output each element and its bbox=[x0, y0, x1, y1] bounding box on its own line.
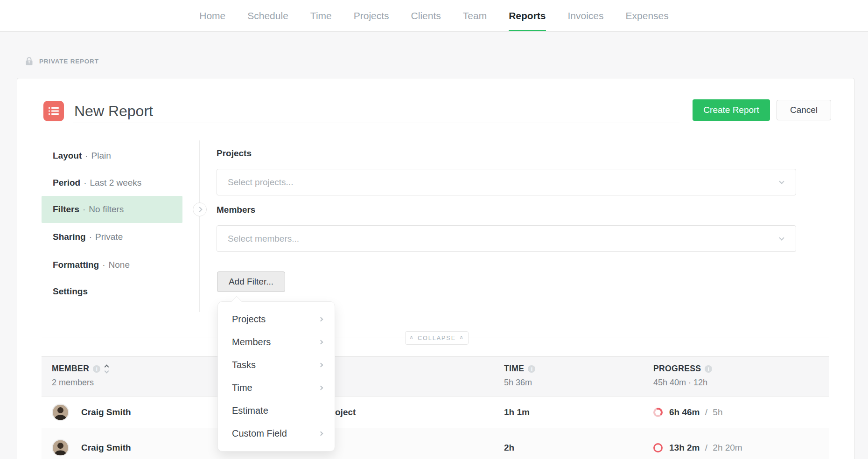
table-row[interactable]: Craig Smith oject 1h 1m 6h 46m / 5h bbox=[42, 396, 829, 428]
sidebar-item-formatting[interactable]: Formatting · None bbox=[42, 251, 182, 278]
members-select[interactable]: Select members... bbox=[217, 225, 796, 252]
column-subtext: 45h 40m · 12h bbox=[653, 378, 712, 388]
report-card: New Report Create Report Cancel Layout ·… bbox=[17, 78, 854, 459]
column-label: PROGRESS bbox=[653, 364, 701, 374]
menu-caret bbox=[231, 296, 242, 307]
member-name: Craig Smith bbox=[81, 407, 131, 417]
private-report-label: PRIVATE REPORT bbox=[39, 58, 99, 65]
chevron-down-icon bbox=[779, 235, 784, 240]
sidebar-item-label: Period bbox=[53, 178, 80, 188]
progress-text: 13h 2m / 2h 20m bbox=[669, 443, 742, 453]
progress-separator: / bbox=[705, 407, 707, 417]
sidebar-item-value: Plain bbox=[91, 151, 111, 161]
chevron-right-icon bbox=[319, 317, 323, 322]
nav-invoices[interactable]: Invoices bbox=[568, 0, 604, 31]
menu-item-label: Projects bbox=[232, 314, 319, 325]
info-icon[interactable]: i bbox=[93, 365, 100, 373]
nav-schedule[interactable]: Schedule bbox=[247, 0, 288, 31]
chevron-right-icon bbox=[319, 386, 323, 390]
nav-reports[interactable]: Reports bbox=[509, 0, 546, 31]
chevron-right-icon bbox=[319, 363, 323, 368]
nav-projects[interactable]: Projects bbox=[354, 0, 389, 31]
title-underline bbox=[73, 123, 679, 123]
menu-item-projects[interactable]: Projects bbox=[218, 308, 335, 331]
sidebar-item-label: Layout bbox=[53, 151, 82, 161]
report-table: MEMBER i 2 members TIME i 5h 36m bbox=[42, 356, 829, 459]
menu-item-custom-field[interactable]: Custom Field bbox=[218, 422, 335, 445]
sidebar-item-label: Filters bbox=[53, 204, 79, 215]
cancel-button[interactable]: Cancel bbox=[777, 100, 831, 120]
nav-home[interactable]: Home bbox=[199, 0, 225, 31]
progress-value: 6h 46m bbox=[669, 407, 700, 417]
sidebar-item-filters[interactable]: Filters · No filters bbox=[42, 196, 182, 223]
sidebar-item-layout[interactable]: Layout · Plain bbox=[42, 142, 182, 169]
top-navigation: Home Schedule Time Projects Clients Team… bbox=[0, 0, 868, 32]
create-report-button[interactable]: Create Report bbox=[693, 99, 770, 121]
sidebar-item-value: No filters bbox=[89, 204, 124, 215]
progress-ring-icon bbox=[653, 443, 663, 452]
projects-select-placeholder: Select projects... bbox=[228, 177, 780, 188]
nav-team[interactable]: Team bbox=[463, 0, 487, 31]
sidebar-item-sep: · bbox=[102, 260, 105, 270]
sidebar-item-sep: · bbox=[83, 204, 85, 215]
sidebar-item-label: Sharing bbox=[53, 232, 86, 242]
sidebar-item-sep: · bbox=[84, 178, 86, 188]
projects-select[interactable]: Select projects... bbox=[217, 169, 796, 195]
table-header: MEMBER i 2 members TIME i 5h 36m bbox=[42, 356, 829, 396]
members-field-label: Members bbox=[217, 205, 255, 215]
table-row[interactable]: Craig Smith 2h 13h 2m / 2h 20m bbox=[42, 428, 829, 459]
progress-value: 13h 2m bbox=[669, 443, 700, 452]
breadcrumb: PRIVATE REPORT bbox=[26, 57, 99, 66]
time-value: 1h 1m bbox=[504, 407, 530, 417]
menu-item-label: Tasks bbox=[232, 360, 319, 370]
members-select-placeholder: Select members... bbox=[228, 234, 780, 244]
menu-item-label: Time bbox=[232, 382, 319, 393]
sidebar-item-sep: · bbox=[85, 151, 88, 161]
menu-item-members[interactable]: Members bbox=[218, 331, 335, 354]
member-name: Craig Smith bbox=[81, 443, 131, 453]
report-type-icon[interactable] bbox=[43, 101, 64, 121]
chevron-right-icon bbox=[319, 431, 323, 436]
app-screen: Home Schedule Time Projects Clients Team… bbox=[0, 0, 868, 459]
collapse-chevrons-icon: « bbox=[458, 336, 465, 340]
column-label: TIME bbox=[504, 364, 524, 374]
collapse-panel-chip[interactable] bbox=[193, 202, 207, 216]
progress-total: 5h bbox=[713, 407, 722, 417]
progress-text: 6h 46m / 5h bbox=[669, 407, 722, 417]
list-icon bbox=[49, 107, 59, 115]
column-time: TIME i 5h 36m bbox=[504, 364, 535, 388]
chevron-right-icon bbox=[197, 207, 202, 212]
menu-item-tasks[interactable]: Tasks bbox=[218, 354, 335, 376]
nav-time[interactable]: Time bbox=[310, 0, 332, 31]
progress-separator: / bbox=[705, 443, 707, 452]
column-subtext: 2 members bbox=[52, 378, 108, 388]
sort-icon[interactable] bbox=[105, 365, 108, 373]
column-member: MEMBER i 2 members bbox=[52, 364, 108, 388]
menu-item-label: Estimate bbox=[232, 405, 322, 416]
menu-item-label: Custom Field bbox=[232, 428, 319, 439]
sidebar-item-value: Private bbox=[95, 232, 123, 242]
project-name-fragment: oject bbox=[335, 407, 356, 417]
add-filter-button[interactable]: Add Filter... bbox=[217, 271, 285, 292]
report-title-input[interactable]: New Report bbox=[74, 101, 153, 121]
nav-clients[interactable]: Clients bbox=[411, 0, 441, 31]
sidebar-item-label: Formatting bbox=[53, 260, 99, 270]
sidebar-item-settings[interactable]: Settings bbox=[42, 278, 182, 305]
progress-total: 2h 20m bbox=[713, 443, 742, 452]
sidebar-item-value: Last 2 weeks bbox=[90, 178, 141, 188]
collapse-label: COLLAPSE bbox=[418, 335, 456, 341]
info-icon[interactable]: i bbox=[528, 365, 535, 373]
nav-expenses[interactable]: Expenses bbox=[626, 0, 669, 31]
menu-item-time[interactable]: Time bbox=[218, 376, 335, 399]
menu-item-estimate[interactable]: Estimate bbox=[218, 399, 335, 422]
projects-field-label: Projects bbox=[217, 148, 252, 159]
sidebar-item-sep: · bbox=[89, 232, 92, 242]
chevron-down-icon bbox=[779, 179, 784, 184]
sidebar-item-sharing[interactable]: Sharing · Private bbox=[42, 223, 182, 250]
collapse-button[interactable]: « COLLAPSE « bbox=[405, 331, 469, 345]
chevron-right-icon bbox=[319, 340, 323, 345]
info-icon[interactable]: i bbox=[705, 365, 712, 373]
sidebar-item-value: None bbox=[109, 260, 130, 270]
sidebar-item-period[interactable]: Period · Last 2 weeks bbox=[42, 169, 182, 196]
column-label: MEMBER bbox=[52, 364, 89, 374]
